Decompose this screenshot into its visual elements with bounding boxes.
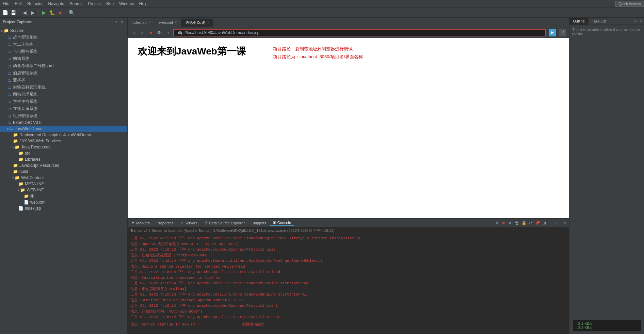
tree-item[interactable]: 🗂图书管理系统	[0, 91, 127, 98]
menu-navigate[interactable]: Navigate	[45, 1, 67, 7]
tree-item[interactable]: ▾🗂JavaWebDemo	[0, 126, 127, 132]
tree-item[interactable]: 🗂ExamDSC V3.0	[0, 120, 127, 126]
editor-tab-close-button[interactable]: ×	[207, 21, 209, 25]
tree-item-label: 购物系统	[13, 56, 29, 62]
console-tab-datasource[interactable]: 🗄 Data Source Explorer	[202, 220, 247, 226]
editor-tab-close-button[interactable]: ×	[148, 20, 150, 24]
browser-open-external-button[interactable]: ↗	[559, 29, 566, 36]
console-tab-servers[interactable]: ⊞ Servers	[178, 220, 200, 226]
project-icon: 🗂	[7, 107, 12, 111]
tree-item[interactable]: 📁META-INF	[0, 181, 127, 187]
console-word-wrap-button[interactable]: ↵	[528, 220, 534, 226]
tree-item[interactable]: 📁JAX-WS Web Services	[0, 138, 127, 144]
tree-item[interactable]: ▾📁Java Resources	[0, 144, 127, 150]
new-button[interactable]: 📄	[1, 9, 9, 16]
tree-item[interactable]: 🗂实验器材管理系统	[0, 84, 127, 91]
search-toolbar-button[interactable]: 🔍	[68, 9, 75, 16]
console-scroll-lock-button[interactable]: 🔒	[521, 220, 527, 226]
outline-tab[interactable]: Outline	[569, 18, 589, 25]
console-tabs: ⚑ Markers Properties ⊞ Servers 🗄 Data	[128, 219, 569, 227]
menu-file[interactable]: File	[0, 1, 12, 7]
sidebar-maximize-button[interactable]: □	[113, 19, 118, 25]
tree-item[interactable]: ▾📁WEB-INF	[0, 187, 127, 193]
project-icon: 🗂	[7, 114, 12, 118]
forward-button[interactable]: ▶	[29, 9, 36, 16]
editor-tab-close-button[interactable]: ×	[175, 20, 177, 24]
tree-item[interactable]: 🗂大二连业务	[0, 41, 127, 48]
console-close-button[interactable]: ×	[562, 220, 568, 226]
folder-icon: 📁	[13, 132, 18, 137]
console-maximize-button[interactable]: □	[555, 220, 561, 226]
browser-refresh-button[interactable]: ⟳	[156, 29, 162, 36]
console-remove-button[interactable]: ✕	[507, 220, 513, 226]
tree-item[interactable]: 📁lib	[0, 193, 127, 199]
browser-back-button[interactable]: ◀	[130, 29, 137, 36]
tree-item[interactable]: 🗂蓝杯杯	[0, 77, 127, 84]
tree-item[interactable]: 🗂在线音乐系统	[0, 105, 127, 112]
browser-go-button[interactable]: ▶	[549, 29, 556, 36]
tree-item[interactable]: 📁build	[0, 169, 127, 175]
editor-tab[interactable]: index.jsp×	[128, 18, 155, 27]
console-terminate-button[interactable]: ■	[500, 220, 506, 226]
outline-close-button[interactable]: ×	[639, 18, 643, 23]
quick-access-button[interactable]: Quick Access	[615, 1, 644, 7]
menu-refactor[interactable]: Refactor	[25, 1, 45, 7]
console-suspend-button[interactable]: ⏸	[494, 220, 500, 226]
tree-item-label: JavaWebDemo	[15, 126, 43, 131]
folder-icon: 📁	[13, 163, 18, 168]
outline-minimize-button[interactable]: ─	[628, 18, 632, 23]
browser-home-button[interactable]: ⌂	[164, 29, 171, 36]
menu-run[interactable]: Run	[103, 1, 116, 7]
stop-button[interactable]: ■	[57, 9, 64, 16]
console-tab-snippets[interactable]: Snippets	[249, 220, 269, 226]
console-open-console-button[interactable]: ⊞	[541, 220, 547, 226]
snippets-label: Snippets	[252, 221, 266, 225]
console-tab-markers[interactable]: ⚑ Markers	[129, 220, 152, 226]
menu-window[interactable]: Window	[116, 1, 136, 7]
tree-item[interactable]: 📄web.xml	[0, 199, 127, 205]
project-icon: 🗂	[7, 120, 12, 125]
console-pin-button[interactable]: 📌	[534, 220, 541, 226]
menu-edit[interactable]: Edit	[12, 1, 25, 7]
tree-item[interactable]: 🗂学生住宿系统	[0, 98, 127, 105]
editor-tab[interactable]: 遇见小Du说×	[181, 18, 213, 27]
task-list-tab[interactable]: Task List	[589, 18, 610, 25]
tree-item[interactable]: 🗂当当图书系统	[0, 48, 127, 55]
tree-item[interactable]: 🗂超市管理系统	[0, 34, 127, 41]
sidebar-actions: ─ □ ×	[107, 19, 125, 25]
menu-help[interactable]: Help	[136, 1, 150, 7]
tree-item[interactable]: 🗂酒店管理系统	[0, 69, 127, 77]
editor-tab[interactable]: web.xml×	[155, 18, 181, 27]
tree-item[interactable]: ▸📁Servers	[0, 28, 127, 34]
tree-item[interactable]: 🗂幼业考模拟二号校curd	[0, 62, 127, 69]
tree-item[interactable]: 📄index.jsp	[0, 205, 127, 211]
tree-item-label: 当当图书系统	[13, 49, 37, 54]
tree-item[interactable]: 📁Libraries	[0, 156, 127, 162]
menu-search[interactable]: Search	[67, 1, 85, 7]
toolbar: 📄 💾 ◀ ▶ ▶ 🐛 ■ 🔍	[0, 7, 644, 18]
back-button[interactable]: ◀	[21, 9, 28, 16]
menu-project[interactable]: Project	[85, 1, 103, 7]
outline-maximize-button[interactable]: □	[633, 18, 638, 23]
tree-toggle-icon: ▸	[1, 29, 3, 33]
tree-item[interactable]: 📁Deployment Descriptor: JavaWebDemo	[0, 132, 127, 138]
network-up: ↑ 2.1 KB/s	[575, 321, 638, 325]
browser-forward-button[interactable]: ▶	[139, 29, 146, 36]
tree-item[interactable]: 🗂购物系统	[0, 55, 127, 62]
debug-button[interactable]: 🐛	[48, 9, 56, 16]
tree-item[interactable]: 🗂租房管理系统	[0, 112, 127, 120]
run-button[interactable]: ▶	[40, 9, 48, 16]
console-minimize-button[interactable]: ─	[548, 220, 554, 226]
tree-item[interactable]: 📁JavaScript Resources	[0, 162, 127, 169]
console-tab-console[interactable]: ▣ Console	[270, 220, 294, 226]
tree-item[interactable]: ▾📁WebContent	[0, 175, 127, 181]
tree-item[interactable]: 📁src	[0, 150, 127, 156]
save-button[interactable]: 💾	[10, 9, 17, 16]
editor-area: index.jsp×web.xml×遇见小Du说× ◀ ▶ ■ ⟳ ⌂ ▶ ↗ …	[128, 18, 569, 334]
sidebar-minimize-button[interactable]: ─	[107, 19, 112, 25]
sidebar-close-button[interactable]: ×	[119, 19, 125, 25]
url-input[interactable]	[173, 29, 546, 36]
console-clear-button[interactable]: 🗑	[514, 220, 520, 226]
browser-stop-button[interactable]: ■	[148, 30, 154, 35]
console-tab-properties[interactable]: Properties	[154, 220, 176, 226]
